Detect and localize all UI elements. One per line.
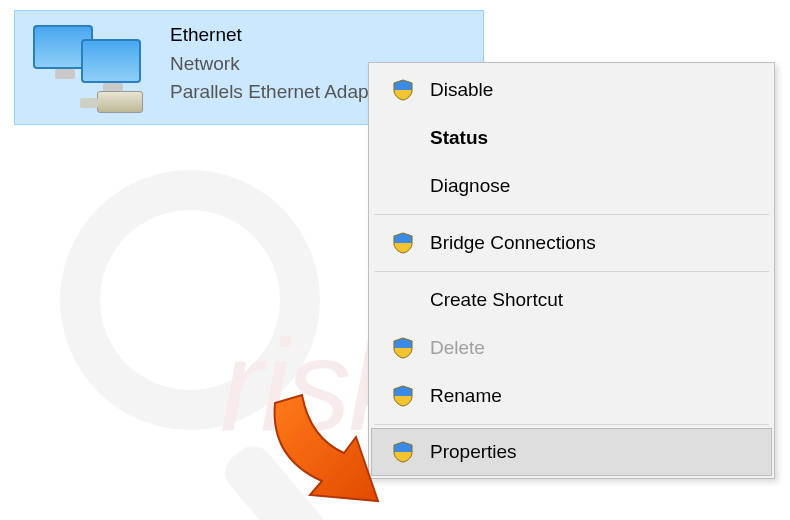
menu-item-label: Properties	[422, 441, 517, 463]
shield-icon	[384, 78, 422, 102]
menu-item-label: Disable	[422, 79, 493, 101]
menu-item-status[interactable]: Status	[372, 114, 771, 162]
menu-item-disable[interactable]: Disable	[372, 66, 771, 114]
ethernet-adapter-icon	[25, 19, 155, 119]
menu-item-label: Create Shortcut	[422, 289, 563, 311]
menu-item-create-shortcut[interactable]: Create Shortcut	[372, 276, 771, 324]
menu-separator	[374, 424, 769, 425]
menu-separator	[374, 214, 769, 215]
adapter-text: Ethernet Network Parallels Ethernet Adap…	[155, 19, 391, 107]
shield-icon	[384, 231, 422, 255]
adapter-network: Network	[170, 50, 391, 79]
menu-separator	[374, 271, 769, 272]
menu-item-bridge-connections[interactable]: Bridge Connections	[372, 219, 771, 267]
menu-item-diagnose[interactable]: Diagnose	[372, 162, 771, 210]
menu-item-label: Bridge Connections	[422, 232, 596, 254]
menu-item-label: Rename	[422, 385, 502, 407]
pointer-arrow-annotation	[260, 383, 400, 520]
shield-icon	[384, 336, 422, 360]
menu-item-label: Status	[422, 127, 488, 149]
context-menu: DisableStatusDiagnose Bridge Connections…	[368, 62, 775, 479]
adapter-title: Ethernet	[170, 21, 391, 50]
menu-item-label: Delete	[422, 337, 485, 359]
menu-item-label: Diagnose	[422, 175, 510, 197]
adapter-device: Parallels Ethernet Adapter	[170, 78, 391, 107]
menu-item-delete: Delete	[372, 324, 771, 372]
menu-item-properties[interactable]: Properties	[371, 428, 772, 476]
menu-item-rename[interactable]: Rename	[372, 372, 771, 420]
